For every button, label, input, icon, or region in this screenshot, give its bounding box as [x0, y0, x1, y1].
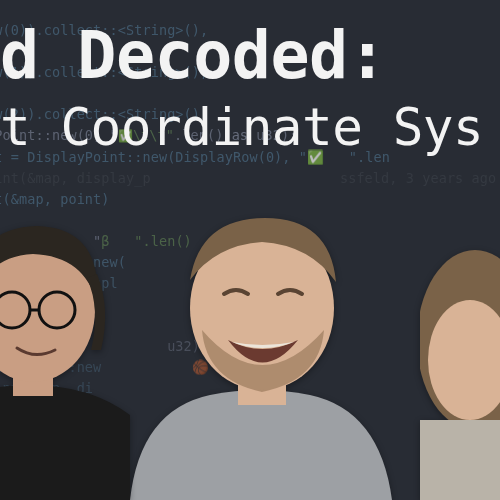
person-left: [0, 200, 145, 500]
svg-rect-2: [420, 420, 500, 500]
title-line-2: t Coordinate Sys: [0, 98, 500, 157]
person-center: [120, 190, 400, 500]
code-line: lay_point(&map, display_p ssfeld, 3 year…: [0, 170, 496, 186]
thumbnail-frame: playRow(0)).collect::<String>(), γ" play…: [0, 0, 500, 500]
person-right: [420, 220, 500, 500]
title-line-1: d Decoded:: [0, 18, 500, 93]
